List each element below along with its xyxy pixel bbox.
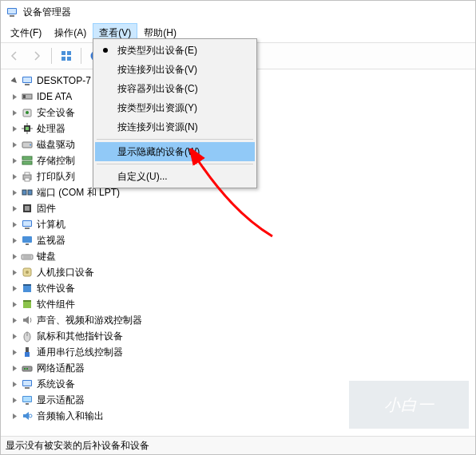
menu-item[interactable]: 按连接列出设备(V) — [95, 60, 255, 79]
expand-icon[interactable] — [9, 235, 20, 246]
tree-item-label: 网络适配器 — [37, 362, 85, 375]
svg-rect-41 — [26, 243, 29, 245]
toolbar-separator — [51, 48, 52, 64]
svg-rect-33 — [22, 190, 26, 195]
expand-icon[interactable] — [9, 123, 20, 134]
svg-rect-32 — [25, 178, 30, 181]
component-icon — [21, 298, 34, 311]
expand-icon[interactable] — [9, 187, 20, 198]
svg-rect-28 — [22, 156, 32, 160]
expand-icon[interactable] — [9, 315, 20, 326]
svg-rect-49 — [23, 302, 31, 308]
tree-item-label: 处理器 — [37, 122, 65, 136]
expand-icon[interactable] — [9, 107, 20, 118]
svg-rect-3 — [61, 51, 65, 55]
cpu-icon — [21, 122, 34, 135]
forward-button[interactable] — [26, 46, 47, 66]
computer-icon — [21, 74, 34, 87]
usb-icon — [21, 346, 34, 358]
svg-rect-31 — [25, 172, 30, 175]
firmware-icon — [21, 202, 34, 215]
expand-icon[interactable] — [9, 362, 20, 374]
system-icon — [21, 378, 34, 390]
tree-item-label: 人机接口设备 — [37, 266, 94, 279]
tree-item-label: 鼠标和其他指针设备 — [37, 330, 123, 343]
properties-button[interactable] — [56, 46, 77, 66]
tree-item[interactable]: 通用串行总线控制器 — [9, 344, 475, 360]
expand-icon[interactable] — [9, 346, 20, 358]
menu-item[interactable]: 按容器列出设备(C) — [95, 79, 255, 98]
svg-rect-59 — [23, 381, 31, 386]
tree-item-label: 磁盘驱动 — [37, 138, 75, 152]
port-icon — [21, 186, 34, 199]
tree-item[interactable]: 键盘 — [9, 248, 475, 264]
display-icon — [21, 394, 34, 406]
tree-item-label: 计算机 — [37, 218, 65, 231]
monitor-icon — [21, 234, 34, 247]
expand-icon[interactable] — [9, 267, 20, 278]
tree-item[interactable]: 人机接口设备 — [9, 264, 475, 280]
expand-icon[interactable] — [9, 75, 20, 86]
svg-rect-54 — [25, 352, 30, 357]
expand-icon[interactable] — [9, 91, 20, 102]
tree-item[interactable]: 固件 — [9, 200, 475, 216]
tree-item[interactable]: 网络适配器 — [9, 360, 475, 376]
hid-icon — [21, 266, 34, 279]
menu-action[interactable]: 操作(A) — [48, 23, 93, 42]
tree-root-label: DESKTOP-7 — [37, 75, 91, 86]
tree-item[interactable]: 监视器 — [9, 232, 475, 248]
expand-icon[interactable] — [9, 251, 20, 262]
tree-item-label: 打印队列 — [37, 170, 75, 184]
expand-icon[interactable] — [9, 283, 20, 294]
svg-rect-17 — [23, 95, 26, 98]
expand-icon[interactable] — [9, 410, 20, 421]
view-menu-dropdown[interactable]: 按类型列出设备(E)按连接列出设备(V)按容器列出设备(C)按类型列出资源(Y)… — [93, 38, 257, 188]
tree-item-label: 通用串行总线控制器 — [37, 346, 123, 359]
menu-item[interactable]: 自定义(U)... — [95, 167, 255, 186]
window-title: 设备管理器 — [23, 6, 71, 19]
menu-file[interactable]: 文件(F) — [4, 23, 48, 42]
tree-item-label: 声音、视频和游戏控制器 — [37, 314, 142, 327]
tree-item-label: 安全设备 — [37, 106, 75, 120]
expand-icon[interactable] — [9, 378, 20, 390]
computer-icon — [21, 218, 34, 231]
expand-icon[interactable] — [9, 299, 20, 310]
storage-icon — [21, 154, 34, 167]
tree-item[interactable]: 计算机 — [9, 216, 475, 232]
mouse-icon — [21, 330, 34, 342]
svg-rect-56 — [24, 368, 26, 370]
expand-icon[interactable] — [9, 203, 20, 214]
software-icon — [21, 282, 34, 295]
tree-item-label: 显示适配器 — [37, 394, 85, 407]
menu-item[interactable]: 显示隐藏的设备(W) — [95, 142, 255, 161]
expand-icon[interactable] — [9, 330, 20, 342]
tree-item[interactable]: 声音、视频和游戏控制器 — [9, 312, 475, 328]
expand-icon[interactable] — [9, 155, 20, 166]
status-text: 显示没有被安装的后补设备和设备 — [6, 439, 149, 453]
tree-item-label: 存储控制 — [37, 154, 75, 168]
status-bar: 显示没有被安装的后补设备和设备 — [1, 436, 475, 454]
svg-rect-34 — [28, 190, 32, 195]
tree-item-label: 系统设备 — [37, 378, 75, 391]
menu-item-label: 按连接列出设备(V) — [117, 63, 197, 77]
back-button[interactable] — [4, 46, 25, 66]
titlebar: 设备管理器 — [1, 1, 475, 23]
tree-item-label: 软件设备 — [37, 282, 75, 295]
tree-item[interactable]: 软件设备 — [9, 280, 475, 296]
svg-rect-15 — [25, 84, 30, 85]
tree-item[interactable]: 鼠标和其他指针设备 — [9, 328, 475, 344]
svg-rect-2 — [10, 15, 14, 17]
menu-item-label: 按类型列出设备(E) — [117, 44, 197, 57]
expand-icon[interactable] — [9, 139, 20, 150]
expand-icon[interactable] — [9, 219, 20, 230]
ide-icon — [21, 90, 34, 103]
expand-icon[interactable] — [9, 394, 20, 406]
svg-rect-60 — [25, 387, 30, 389]
menu-item[interactable]: 按类型列出设备(E) — [95, 41, 255, 60]
menu-item[interactable]: 按类型列出资源(Y) — [95, 98, 255, 117]
expand-icon[interactable] — [9, 171, 20, 182]
tree-item[interactable]: 软件组件 — [9, 296, 475, 312]
svg-rect-21 — [26, 127, 29, 130]
menu-item[interactable]: 按连接列出资源(N) — [95, 117, 255, 136]
tree-item-label: 固件 — [37, 202, 56, 216]
